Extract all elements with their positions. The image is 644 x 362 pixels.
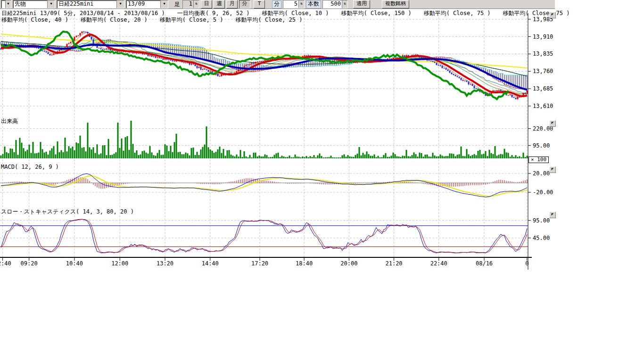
stoch-panel-title: スロー・ストキャスティクス( 14, 3, 80, 20 ) [1,209,134,215]
chevron-down-icon[interactable]: ▼ [116,0,124,8]
svg-text:13,610: 13,610 [533,103,553,109]
spinner-updown-icon[interactable]: ⇅ [342,0,347,8]
bar-count-value: 500 [323,0,342,8]
svg-text:13,835: 13,835 [533,50,553,57]
contract-month-combobox[interactable]: 13/09 ▼ [126,0,168,8]
legend-ichimoku: 一目均衡表( 9, 26, 52 ) [177,10,250,16]
spinner-updown-icon[interactable]: ⇅ [298,0,304,8]
svg-text:20:00: 20:00 [340,260,357,267]
svg-text:10:40: 10:40 [66,260,83,267]
price-panel-collapse-icon[interactable]: ◤ [549,12,556,18]
symbol-value: 日経225mini [57,0,116,8]
toolbar: ▼ 先物 ▼ 日経225mini ▼ 13/09 ▼ 足 1 ⇅ 日 週 月 分… [0,0,555,9]
bar-count-spinner[interactable]: 500 ⇅ [322,0,348,8]
stoch-panel-collapse-icon[interactable]: ◤ [549,212,556,218]
svg-text:14:40: 14:40 [202,260,219,267]
svg-text:13,760: 13,760 [533,68,553,74]
period-day-button[interactable]: 日 [201,0,212,8]
unit-spinner[interactable]: 5 ⇅ [283,0,305,8]
mini-combobox[interactable]: ▼ [1,0,11,8]
svg-text:17:20: 17:20 [251,260,268,267]
interval-spinner[interactable]: 1 ⇅ [182,0,199,8]
svg-text:95.00: 95.00 [533,142,550,149]
svg-text:13:20: 13:20 [157,260,173,267]
chevron-down-icon[interactable]: ▼ [47,0,55,8]
svg-text:08/16: 08/16 [476,260,493,267]
chevron-down-icon[interactable]: ▼ [160,0,168,8]
legend-ma75a: 移動平均( Close, 75 ) [424,10,491,16]
svg-text:02:40: 02:40 [0,260,11,267]
legend-ma150: 移動平均( Close, 150 ) [341,10,412,16]
period-tick-button[interactable]: T [254,0,265,8]
contract-month-value: 13/09 [126,0,160,8]
unit-value: 5 [283,0,298,8]
chevron-down-icon[interactable]: ▼ [5,0,11,8]
interval-value: 1 [183,0,193,8]
mini-combobox-value [1,0,5,8]
svg-text:09:20: 09:20 [21,260,38,267]
macd-panel-collapse-icon[interactable]: ◤ [549,166,556,173]
apply-button[interactable]: 適用 [353,0,370,8]
legend-ma5: 移動平均( Close, 5 ) [160,17,223,23]
app-window: 02:4009:2010:4012:0013:2014:4017:2018:40… [0,0,644,362]
volume-panel-collapse-icon[interactable]: ◤ [549,120,556,127]
svg-text:18:40: 18:40 [296,260,313,267]
symbol-combobox[interactable]: 日経225mini ▼ [57,0,124,8]
svg-text:20.00: 20.00 [533,170,550,177]
instrument-type-combobox[interactable]: 先物 ▼ [13,0,55,8]
multi-symbol-button[interactable]: 複数銘柄 [382,0,409,8]
svg-text:13,910: 13,910 [533,33,553,40]
volume-multiplier-badge: × 100 [528,156,549,163]
svg-text:13,685: 13,685 [533,85,553,92]
unit-label: 分 [272,0,281,8]
legend-row-1: 日経225mini 13/09( 5分, 2013/08/14 - 2013/0… [1,10,570,16]
spinner-updown-icon[interactable]: ⇅ [193,0,199,8]
svg-text:21:20: 21:20 [385,260,402,267]
svg-text:-20.00: -20.00 [533,189,553,196]
legend-ma40: 移動平均( Close, 40 ) [1,17,68,23]
macd-panel-title: MACD( 12, 26, 9 ) [1,164,59,170]
svg-text:12:00: 12:00 [111,260,128,267]
svg-text:22:40: 22:40 [430,260,447,267]
legend-ma75b: 移動平均( Close, 75 ) [503,10,570,16]
bar-count-label: 本数 [306,0,321,8]
instrument-type-value: 先物 [13,0,47,8]
chart-canvas[interactable]: 02:4009:2010:4012:0013:2014:4017:2018:40… [0,0,644,362]
svg-text:45.00: 45.00 [533,235,550,241]
volume-panel-title: 出来高 [1,118,18,124]
bar-type-label: 足 [173,1,181,8]
legend-ma10: 移動平均( Close, 10 ) [262,10,329,16]
legend-row-2: 移動平均( Close, 40 ) 移動平均( Close, 20 ) 移動平均… [1,17,302,23]
legend-ma25: 移動平均( Close, 25 ) [236,17,303,23]
svg-text:95.00: 95.00 [533,217,550,224]
period-month-button[interactable]: 月 [226,0,238,8]
legend-ma20: 移動平均( Close, 20 ) [81,17,148,23]
period-minute-button[interactable]: 分 [239,0,250,8]
period-week-button[interactable]: 週 [214,0,225,8]
legend-symbol-range: 日経225mini 13/09( 5分, 2013/08/14 - 2013/0… [1,10,165,16]
